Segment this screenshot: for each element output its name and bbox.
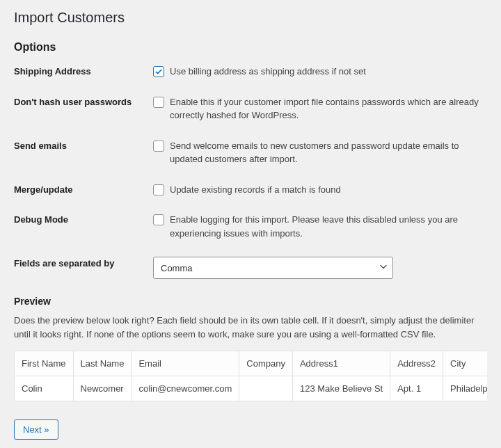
preview-description: Does the preview below look right? Each … bbox=[14, 314, 487, 341]
debug-mode-option[interactable]: Enable logging for this import. Please l… bbox=[153, 213, 487, 240]
table-header: Company bbox=[239, 351, 293, 376]
shipping-address-checkbox[interactable] bbox=[153, 66, 164, 77]
table-header: City bbox=[443, 351, 487, 376]
separator-label: Fields are separated by bbox=[14, 257, 153, 269]
table-cell: colin@cnewcomer.com bbox=[132, 376, 239, 401]
table-cell: 123 Make Believe St bbox=[292, 376, 390, 401]
shipping-address-option[interactable]: Use billing address as shipping address … bbox=[153, 65, 366, 79]
separator-select[interactable]: Comma bbox=[153, 257, 393, 279]
debug-mode-checkbox[interactable] bbox=[153, 214, 164, 225]
preview-table-scroll[interactable]: First NameLast NameEmailCompanyAddress1A… bbox=[14, 351, 487, 407]
merge-update-label: Merge/update bbox=[14, 183, 153, 195]
page-title: Import Customers bbox=[14, 10, 487, 26]
debug-mode-text: Enable logging for this import. Please l… bbox=[170, 213, 487, 240]
shipping-address-label: Shipping Address bbox=[14, 65, 153, 77]
merge-update-checkbox[interactable] bbox=[153, 184, 164, 195]
dont-hash-text: Enable this if your customer import file… bbox=[170, 95, 487, 122]
table-cell: Philadelphia bbox=[443, 376, 487, 401]
table-header: Email bbox=[132, 351, 239, 376]
send-emails-text: Send welcome emails to new customers and… bbox=[170, 139, 487, 166]
merge-update-option[interactable]: Update existing records if a match is fo… bbox=[153, 183, 341, 197]
options-heading: Options bbox=[14, 41, 487, 54]
send-emails-checkbox[interactable] bbox=[153, 141, 164, 152]
table-row: ColinNewcomercolin@cnewcomer.com123 Make… bbox=[15, 376, 488, 401]
dont-hash-label: Don't hash user passwords bbox=[14, 95, 153, 107]
table-cell: Apt. 1 bbox=[390, 376, 443, 401]
table-cell bbox=[239, 376, 293, 401]
check-icon bbox=[154, 67, 163, 76]
next-button[interactable]: Next » bbox=[14, 419, 58, 440]
separator-value: Comma bbox=[161, 263, 193, 273]
table-header: Last Name bbox=[73, 351, 132, 376]
table-header: Address1 bbox=[292, 351, 390, 376]
preview-table: First NameLast NameEmailCompanyAddress1A… bbox=[14, 351, 487, 401]
send-emails-option[interactable]: Send welcome emails to new customers and… bbox=[153, 139, 487, 166]
table-header: First Name bbox=[15, 351, 74, 376]
dont-hash-checkbox[interactable] bbox=[153, 97, 164, 108]
table-cell: Colin bbox=[15, 376, 74, 401]
table-cell: Newcomer bbox=[73, 376, 132, 401]
preview-heading: Preview bbox=[14, 296, 487, 307]
shipping-address-text: Use billing address as shipping address … bbox=[170, 65, 366, 79]
dont-hash-option[interactable]: Enable this if your customer import file… bbox=[153, 95, 487, 122]
send-emails-label: Send emails bbox=[14, 139, 153, 151]
merge-update-text: Update existing records if a match is fo… bbox=[170, 183, 341, 197]
table-header: Address2 bbox=[390, 351, 443, 376]
debug-mode-label: Debug Mode bbox=[14, 213, 153, 225]
